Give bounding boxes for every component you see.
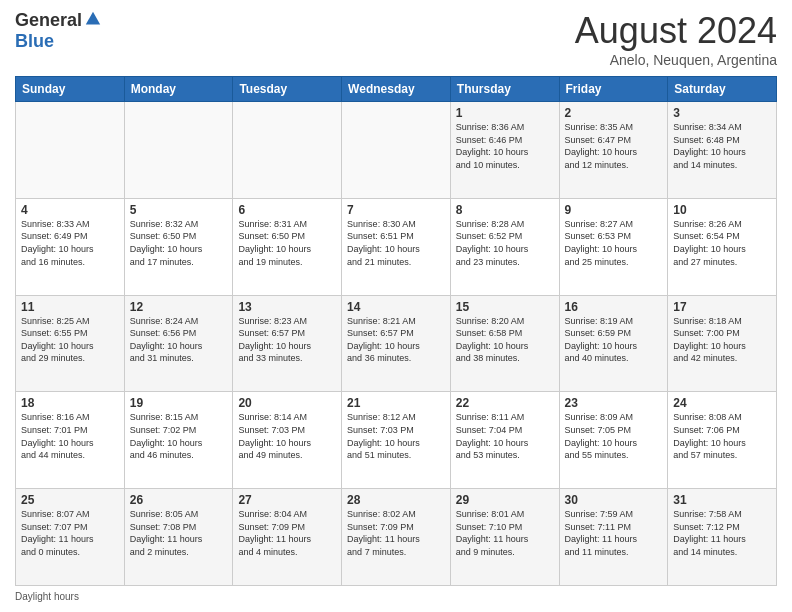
day-info: Sunrise: 8:18 AM Sunset: 7:00 PM Dayligh… <box>673 315 771 365</box>
calendar-cell: 6Sunrise: 8:31 AM Sunset: 6:50 PM Daylig… <box>233 198 342 295</box>
calendar-cell: 30Sunrise: 7:59 AM Sunset: 7:11 PM Dayli… <box>559 489 668 586</box>
svg-marker-0 <box>86 11 100 24</box>
day-number: 5 <box>130 203 228 217</box>
day-number: 14 <box>347 300 445 314</box>
calendar: SundayMondayTuesdayWednesdayThursdayFrid… <box>15 76 777 586</box>
weekday-header: Saturday <box>668 77 777 102</box>
calendar-cell: 17Sunrise: 8:18 AM Sunset: 7:00 PM Dayli… <box>668 295 777 392</box>
day-number: 18 <box>21 396 119 410</box>
calendar-cell: 31Sunrise: 7:58 AM Sunset: 7:12 PM Dayli… <box>668 489 777 586</box>
calendar-cell: 15Sunrise: 8:20 AM Sunset: 6:58 PM Dayli… <box>450 295 559 392</box>
calendar-cell: 3Sunrise: 8:34 AM Sunset: 6:48 PM Daylig… <box>668 102 777 199</box>
day-info: Sunrise: 8:11 AM Sunset: 7:04 PM Dayligh… <box>456 411 554 461</box>
day-info: Sunrise: 8:19 AM Sunset: 6:59 PM Dayligh… <box>565 315 663 365</box>
day-info: Sunrise: 8:28 AM Sunset: 6:52 PM Dayligh… <box>456 218 554 268</box>
day-number: 3 <box>673 106 771 120</box>
day-number: 9 <box>565 203 663 217</box>
day-number: 15 <box>456 300 554 314</box>
calendar-cell: 9Sunrise: 8:27 AM Sunset: 6:53 PM Daylig… <box>559 198 668 295</box>
calendar-cell: 21Sunrise: 8:12 AM Sunset: 7:03 PM Dayli… <box>342 392 451 489</box>
calendar-cell: 22Sunrise: 8:11 AM Sunset: 7:04 PM Dayli… <box>450 392 559 489</box>
calendar-cell: 24Sunrise: 8:08 AM Sunset: 7:06 PM Dayli… <box>668 392 777 489</box>
day-info: Sunrise: 8:04 AM Sunset: 7:09 PM Dayligh… <box>238 508 336 558</box>
day-info: Sunrise: 8:30 AM Sunset: 6:51 PM Dayligh… <box>347 218 445 268</box>
day-number: 11 <box>21 300 119 314</box>
calendar-cell: 2Sunrise: 8:35 AM Sunset: 6:47 PM Daylig… <box>559 102 668 199</box>
day-number: 26 <box>130 493 228 507</box>
day-info: Sunrise: 8:26 AM Sunset: 6:54 PM Dayligh… <box>673 218 771 268</box>
day-number: 7 <box>347 203 445 217</box>
day-info: Sunrise: 8:15 AM Sunset: 7:02 PM Dayligh… <box>130 411 228 461</box>
calendar-cell: 25Sunrise: 8:07 AM Sunset: 7:07 PM Dayli… <box>16 489 125 586</box>
day-number: 10 <box>673 203 771 217</box>
day-info: Sunrise: 8:01 AM Sunset: 7:10 PM Dayligh… <box>456 508 554 558</box>
calendar-cell <box>124 102 233 199</box>
calendar-week-row: 1Sunrise: 8:36 AM Sunset: 6:46 PM Daylig… <box>16 102 777 199</box>
day-info: Sunrise: 8:34 AM Sunset: 6:48 PM Dayligh… <box>673 121 771 171</box>
day-number: 2 <box>565 106 663 120</box>
day-number: 19 <box>130 396 228 410</box>
day-info: Sunrise: 7:58 AM Sunset: 7:12 PM Dayligh… <box>673 508 771 558</box>
day-number: 16 <box>565 300 663 314</box>
calendar-cell <box>342 102 451 199</box>
day-info: Sunrise: 8:20 AM Sunset: 6:58 PM Dayligh… <box>456 315 554 365</box>
logo-general: General <box>15 10 82 31</box>
calendar-cell: 1Sunrise: 8:36 AM Sunset: 6:46 PM Daylig… <box>450 102 559 199</box>
weekday-header: Thursday <box>450 77 559 102</box>
day-number: 30 <box>565 493 663 507</box>
calendar-cell <box>233 102 342 199</box>
day-number: 27 <box>238 493 336 507</box>
month-title: August 2024 <box>575 10 777 52</box>
weekday-header: Sunday <box>16 77 125 102</box>
day-info: Sunrise: 8:23 AM Sunset: 6:57 PM Dayligh… <box>238 315 336 365</box>
page-header: General Blue August 2024 Anelo, Neuquen,… <box>15 10 777 68</box>
day-info: Sunrise: 7:59 AM Sunset: 7:11 PM Dayligh… <box>565 508 663 558</box>
weekday-header: Monday <box>124 77 233 102</box>
calendar-cell: 7Sunrise: 8:30 AM Sunset: 6:51 PM Daylig… <box>342 198 451 295</box>
day-number: 4 <box>21 203 119 217</box>
logo-blue: Blue <box>15 31 54 52</box>
calendar-cell: 11Sunrise: 8:25 AM Sunset: 6:55 PM Dayli… <box>16 295 125 392</box>
day-number: 28 <box>347 493 445 507</box>
calendar-cell <box>16 102 125 199</box>
day-info: Sunrise: 8:33 AM Sunset: 6:49 PM Dayligh… <box>21 218 119 268</box>
footer: Daylight hours <box>15 591 777 602</box>
weekday-header: Tuesday <box>233 77 342 102</box>
day-info: Sunrise: 8:31 AM Sunset: 6:50 PM Dayligh… <box>238 218 336 268</box>
weekday-header: Friday <box>559 77 668 102</box>
calendar-cell: 8Sunrise: 8:28 AM Sunset: 6:52 PM Daylig… <box>450 198 559 295</box>
day-info: Sunrise: 8:21 AM Sunset: 6:57 PM Dayligh… <box>347 315 445 365</box>
day-number: 22 <box>456 396 554 410</box>
calendar-week-row: 11Sunrise: 8:25 AM Sunset: 6:55 PM Dayli… <box>16 295 777 392</box>
calendar-week-row: 18Sunrise: 8:16 AM Sunset: 7:01 PM Dayli… <box>16 392 777 489</box>
weekday-header-row: SundayMondayTuesdayWednesdayThursdayFrid… <box>16 77 777 102</box>
calendar-cell: 16Sunrise: 8:19 AM Sunset: 6:59 PM Dayli… <box>559 295 668 392</box>
calendar-week-row: 4Sunrise: 8:33 AM Sunset: 6:49 PM Daylig… <box>16 198 777 295</box>
logo-icon <box>84 10 102 28</box>
day-number: 21 <box>347 396 445 410</box>
day-number: 24 <box>673 396 771 410</box>
day-info: Sunrise: 8:08 AM Sunset: 7:06 PM Dayligh… <box>673 411 771 461</box>
day-number: 8 <box>456 203 554 217</box>
day-number: 23 <box>565 396 663 410</box>
day-number: 20 <box>238 396 336 410</box>
day-info: Sunrise: 8:07 AM Sunset: 7:07 PM Dayligh… <box>21 508 119 558</box>
day-info: Sunrise: 8:05 AM Sunset: 7:08 PM Dayligh… <box>130 508 228 558</box>
location-subtitle: Anelo, Neuquen, Argentina <box>575 52 777 68</box>
calendar-cell: 29Sunrise: 8:01 AM Sunset: 7:10 PM Dayli… <box>450 489 559 586</box>
title-block: August 2024 Anelo, Neuquen, Argentina <box>575 10 777 68</box>
calendar-cell: 14Sunrise: 8:21 AM Sunset: 6:57 PM Dayli… <box>342 295 451 392</box>
day-info: Sunrise: 8:09 AM Sunset: 7:05 PM Dayligh… <box>565 411 663 461</box>
day-number: 12 <box>130 300 228 314</box>
calendar-cell: 12Sunrise: 8:24 AM Sunset: 6:56 PM Dayli… <box>124 295 233 392</box>
day-number: 6 <box>238 203 336 217</box>
day-number: 31 <box>673 493 771 507</box>
day-info: Sunrise: 8:16 AM Sunset: 7:01 PM Dayligh… <box>21 411 119 461</box>
calendar-table: SundayMondayTuesdayWednesdayThursdayFrid… <box>15 76 777 586</box>
calendar-cell: 20Sunrise: 8:14 AM Sunset: 7:03 PM Dayli… <box>233 392 342 489</box>
weekday-header: Wednesday <box>342 77 451 102</box>
day-info: Sunrise: 8:32 AM Sunset: 6:50 PM Dayligh… <box>130 218 228 268</box>
day-number: 29 <box>456 493 554 507</box>
calendar-cell: 10Sunrise: 8:26 AM Sunset: 6:54 PM Dayli… <box>668 198 777 295</box>
day-info: Sunrise: 8:12 AM Sunset: 7:03 PM Dayligh… <box>347 411 445 461</box>
